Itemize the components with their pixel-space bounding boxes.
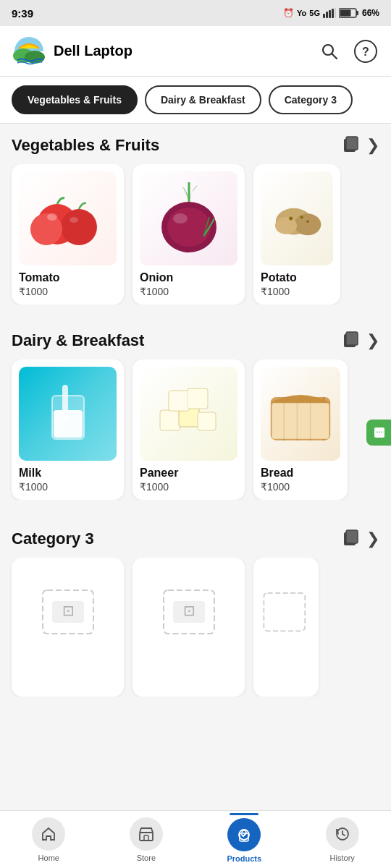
help-button[interactable]: ? xyxy=(352,38,379,65)
product-name-milk: Milk xyxy=(19,467,117,480)
products-row-cat3: ⊡ ⊡ xyxy=(0,558,391,697)
product-card-tomato[interactable]: Tomato ₹1000 xyxy=(12,164,124,305)
svg-rect-41 xyxy=(198,412,216,430)
svg-rect-50 xyxy=(272,403,329,439)
svg-rect-6 xyxy=(356,11,358,15)
category-tabs: Vegetables & Fruits Dairy & Breakfast Ca… xyxy=(0,77,391,124)
nav-item-history[interactable]: History xyxy=(314,812,371,868)
svg-rect-7 xyxy=(340,10,350,17)
product-image-cat3a: ⊡ xyxy=(19,565,117,659)
svg-rect-64 xyxy=(144,835,148,841)
nav-item-store[interactable]: Store xyxy=(118,812,175,868)
nav-item-products[interactable]: Products xyxy=(215,810,273,868)
status-icons: ⏰ Yo 5G 66% xyxy=(283,8,379,18)
tab-category3[interactable]: Category 3 xyxy=(269,85,353,114)
product-card-milk[interactable]: Milk ₹1000 xyxy=(12,359,124,500)
svg-rect-4 xyxy=(335,8,336,18)
section-dairy-breakfast: Dairy & Breakfast ❯ xyxy=(0,319,391,506)
svg-point-20 xyxy=(47,213,57,221)
product-name-tomato: Tomato xyxy=(19,271,117,284)
section-title-veg: Vegetables & Fruits xyxy=(12,136,159,155)
svg-point-24 xyxy=(173,213,188,224)
product-card-cat3b[interactable]: ⊡ xyxy=(133,558,245,697)
products-icon-circle xyxy=(227,818,261,851)
svg-text:⊡: ⊡ xyxy=(182,603,195,618)
tab-vegetables-fruits[interactable]: Vegetables & Fruits xyxy=(12,85,138,114)
svg-point-30 xyxy=(306,221,308,223)
arrow-right-icon-cat3[interactable]: ❯ xyxy=(366,529,379,548)
product-name-cat3a xyxy=(19,665,117,678)
product-image-cat3c xyxy=(261,565,311,659)
product-price-tomato: ₹1000 xyxy=(19,286,117,297)
svg-rect-1 xyxy=(326,12,328,18)
section-actions-dairy: ❯ xyxy=(340,331,379,351)
nav-label-home: Home xyxy=(38,854,59,862)
svg-rect-43 xyxy=(188,388,208,409)
svg-point-18 xyxy=(61,209,97,245)
svg-point-21 xyxy=(70,217,78,223)
svg-rect-0 xyxy=(323,14,325,18)
product-card-cat3c[interactable] xyxy=(253,558,319,697)
product-name-onion: Onion xyxy=(140,271,237,284)
svg-rect-38 xyxy=(56,414,62,434)
search-button[interactable] xyxy=(316,38,343,65)
nav-active-indicator xyxy=(230,813,258,815)
section-header-dairy: Dairy & Breakfast ❯ xyxy=(0,331,391,359)
svg-line-12 xyxy=(332,54,337,59)
floating-cart-button[interactable]: ⋯ xyxy=(366,420,391,446)
svg-rect-3 xyxy=(332,9,334,18)
bottom-navigation: Home Store Products xyxy=(0,810,391,868)
svg-point-26 xyxy=(295,213,321,235)
products-row-dairy: Milk ₹1000 Paneer xyxy=(0,359,391,500)
product-card-bread[interactable]: Bread ₹1000 xyxy=(253,359,348,500)
product-card-cat3a[interactable]: ⊡ xyxy=(12,558,124,697)
section-actions-cat3: ❯ xyxy=(340,529,379,549)
header-actions: ? xyxy=(316,38,379,65)
product-card-onion[interactable]: Onion ₹1000 xyxy=(133,164,245,305)
copy-icon-veg[interactable] xyxy=(340,135,361,156)
section-header-veg: Vegetables & Fruits ❯ xyxy=(0,135,391,164)
arrow-right-icon-dairy[interactable]: ❯ xyxy=(366,331,379,350)
status-time: 9:39 xyxy=(12,7,33,20)
nav-item-home[interactable]: Home xyxy=(20,812,77,868)
product-card-paneer[interactable]: Paneer ₹1000 xyxy=(133,359,245,500)
product-name-paneer: Paneer xyxy=(140,467,237,480)
product-price-cat3b xyxy=(140,679,237,689)
product-image-tomato xyxy=(19,171,117,265)
product-price-milk: ₹1000 xyxy=(19,481,117,493)
svg-rect-62 xyxy=(264,593,305,631)
svg-text:⋯: ⋯ xyxy=(376,428,383,436)
product-name-potato: Potato xyxy=(261,271,333,284)
product-image-bread xyxy=(261,367,340,461)
section-vegetables-fruits: Vegetables & Fruits ❯ xyxy=(0,124,391,310)
product-price-potato: ₹1000 xyxy=(261,286,333,297)
product-price-paneer: ₹1000 xyxy=(140,481,237,493)
home-icon-circle xyxy=(32,817,65,851)
nav-label-products: Products xyxy=(227,854,261,863)
svg-point-29 xyxy=(300,216,303,218)
product-image-cat3b: ⊡ xyxy=(140,565,237,659)
battery-pct: 66% xyxy=(362,8,379,18)
nav-label-history: History xyxy=(330,854,355,862)
product-card-potato[interactable]: Potato ₹1000 xyxy=(253,164,340,305)
section-category3: Category 3 ❯ ⊡ xyxy=(0,517,391,702)
battery-icon xyxy=(339,8,359,18)
arrow-right-icon-veg[interactable]: ❯ xyxy=(366,136,379,155)
section-actions-veg: ❯ xyxy=(340,135,379,156)
carrier-icon: Yo xyxy=(297,9,306,17)
svg-point-19 xyxy=(30,213,62,245)
svg-rect-39 xyxy=(160,410,180,430)
copy-icon-cat3[interactable] xyxy=(340,529,361,549)
svg-point-23 xyxy=(167,208,211,247)
svg-rect-63 xyxy=(140,833,153,841)
nav-label-store: Store xyxy=(137,854,156,862)
svg-rect-16 xyxy=(346,137,358,150)
product-price-bread: ₹1000 xyxy=(261,481,340,493)
copy-icon-dairy[interactable] xyxy=(340,331,361,351)
section-header-cat3: Category 3 ❯ xyxy=(0,529,391,558)
tab-dairy-breakfast[interactable]: Dairy & Breakfast xyxy=(145,85,261,114)
section-title-cat3: Category 3 xyxy=(12,529,94,548)
svg-rect-55 xyxy=(346,530,358,543)
section-title-dairy: Dairy & Breakfast xyxy=(12,331,144,350)
app-header: Dell Laptop ? xyxy=(0,26,391,77)
